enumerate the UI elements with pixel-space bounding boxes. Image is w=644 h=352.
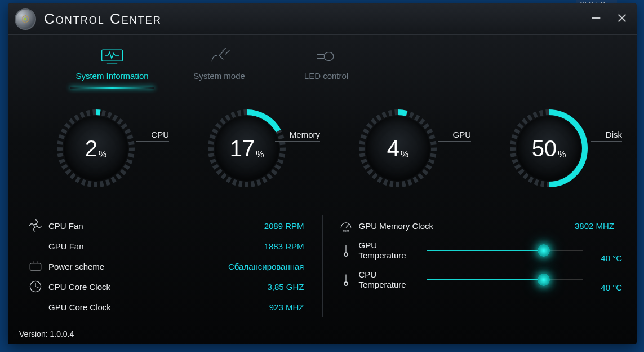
gauge-value: 4 — [387, 136, 399, 161]
row-cpu-core-clock: CPU Core Clock 3,85 GHZ — [23, 276, 312, 297]
svg-rect-20 — [30, 263, 41, 270]
gpu-temp-slider[interactable] — [427, 250, 583, 251]
stat-value: Сбалансированная — [144, 262, 312, 271]
stat-value: 2089 RPM — [144, 221, 312, 231]
stat-value: 1883 RPM — [144, 241, 312, 251]
row-gpu-temperature: GPUTemperature 40 °C — [333, 236, 623, 265]
svg-line-6 — [223, 48, 226, 51]
svg-line-26 — [346, 224, 349, 227]
stat-value: 40 °C — [583, 283, 622, 294]
clock-icon — [23, 279, 48, 294]
app-title: Control Center — [44, 10, 162, 28]
tab-label: LED control — [273, 71, 380, 81]
tab-label: System mode — [166, 71, 273, 81]
minimize-button[interactable] — [589, 11, 603, 25]
gauge-label: Memory — [275, 130, 320, 142]
gauge-value: 50 — [532, 136, 557, 161]
thermometer-icon — [333, 243, 359, 258]
stat-label: CPU Core Clock — [48, 282, 144, 292]
gauge-cpu: 2% CPU — [23, 106, 169, 202]
stat-label: GPU Fan — [48, 241, 144, 251]
tab-label: System Information — [59, 71, 166, 81]
memory-icon: MEM — [333, 218, 359, 234]
plug-icon — [166, 46, 273, 67]
percent-sign: % — [558, 149, 566, 159]
stat-label: Power scheme — [48, 262, 144, 271]
gauge-gpu: 4% GPU — [325, 106, 471, 202]
svg-point-29 — [344, 282, 347, 285]
row-cpu-fan: CPU Fan 2089 RPM — [23, 215, 312, 236]
slider-thumb[interactable] — [538, 274, 550, 286]
svg-point-28 — [344, 253, 347, 256]
row-gpu-memory-clock: MEM GPU Memory Clock 3802 MHZ — [333, 215, 623, 236]
stat-value: 3802 MHZ — [466, 221, 623, 231]
close-button[interactable] — [615, 11, 629, 25]
details-right-column: MEM GPU Memory Clock 3802 MHZ GPUTempera… — [323, 215, 623, 317]
row-gpu-core-clock: GPU Core Clock 923 MHZ — [23, 297, 312, 317]
details-area: CPU Fan 2089 RPM GPU Fan 1883 RPM Power … — [8, 212, 637, 317]
battery-icon — [23, 258, 48, 274]
tab-system-information[interactable]: System Information — [59, 46, 166, 89]
row-gpu-fan: GPU Fan 1883 RPM — [23, 236, 312, 256]
slider-thumb[interactable] — [538, 244, 550, 257]
stat-value: 3,85 GHZ — [144, 282, 312, 292]
stat-label: GPU Core Clock — [48, 302, 144, 312]
percent-sign: % — [99, 149, 106, 159]
gauge-value: 2 — [85, 136, 97, 161]
stat-value: 40 °C — [583, 253, 622, 265]
gauge-memory: 17% Memory — [174, 106, 320, 202]
thermometer-icon — [333, 272, 359, 288]
fan-icon — [23, 218, 48, 234]
monitor-icon — [59, 46, 166, 67]
percent-sign: % — [256, 149, 264, 159]
row-power-scheme: Power scheme Сбалансированная — [23, 256, 312, 276]
svg-line-7 — [225, 50, 229, 54]
app-logo-icon — [15, 8, 36, 30]
led-icon — [273, 46, 380, 67]
main-tabs: System Information System mode LED contr… — [8, 35, 637, 89]
gauge-value: 17 — [230, 136, 255, 161]
titlebar: Control Center — [8, 3, 637, 35]
tab-system-mode[interactable]: System mode — [166, 46, 273, 89]
gauges-row: 2% CPU 17% Memory 4% GPU — [8, 89, 637, 212]
svg-point-19 — [34, 224, 37, 227]
percent-sign: % — [401, 149, 408, 159]
details-left-column: CPU Fan 2089 RPM GPU Fan 1883 RPM Power … — [23, 215, 323, 317]
stat-label: CPUTemperature — [359, 270, 427, 290]
svg-rect-8 — [324, 52, 334, 61]
stat-value: 923 MHZ — [144, 302, 312, 312]
svg-text:MEM: MEM — [343, 230, 349, 232]
gauge-label: Disk — [591, 130, 622, 142]
tab-led-control[interactable]: LED control — [273, 46, 380, 89]
stat-label: GPUTemperature — [359, 240, 427, 261]
gauge-label: CPU — [136, 130, 169, 142]
svg-point-0 — [24, 17, 27, 20]
svg-line-25 — [35, 287, 38, 288]
stat-label: CPU Fan — [48, 221, 144, 231]
version-label: Version: 1.0.0.4 — [19, 329, 74, 338]
cpu-temp-slider[interactable] — [427, 279, 583, 280]
app-window: Control Center System Information System… — [8, 3, 637, 344]
gauge-label: GPU — [438, 130, 471, 142]
row-cpu-temperature: CPUTemperature 40 °C — [333, 265, 623, 294]
stat-label: GPU Memory Clock — [359, 221, 466, 231]
gauge-disk: 50% Disk — [476, 106, 622, 202]
